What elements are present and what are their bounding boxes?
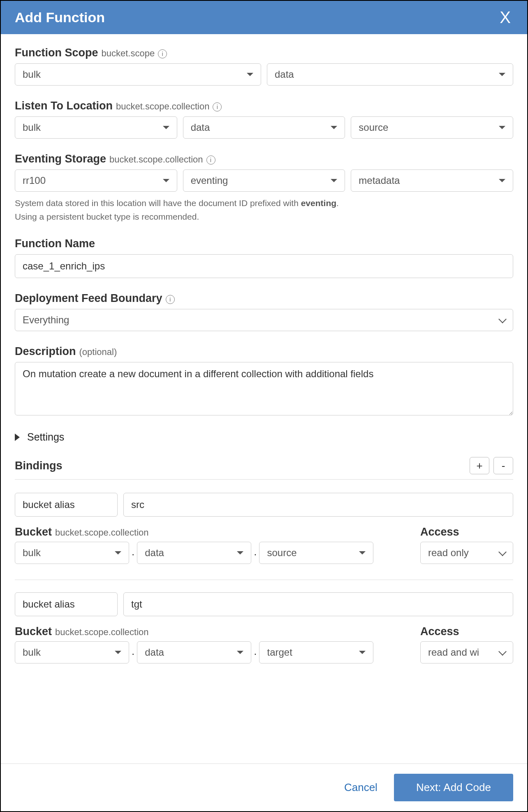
chevron-down-icon <box>163 126 169 129</box>
feed-value: Everything <box>23 314 69 326</box>
listen-scope-select[interactable]: data <box>183 116 345 139</box>
scope-scope-select[interactable]: data <box>267 63 513 86</box>
binding-bucket-select[interactable]: bulk <box>15 542 129 564</box>
add-function-dialog: Add Function X Function Scope bucket.sco… <box>0 0 528 812</box>
divider <box>15 580 513 580</box>
listen-location-label: Listen To Location bucket.scope.collecti… <box>15 100 513 112</box>
chevron-down-icon <box>115 651 121 654</box>
chevron-down-icon <box>247 73 253 76</box>
binding-bucket-label: Bucket bucket.scope.collection <box>15 625 396 638</box>
binding-bucket-label-text: Bucket <box>15 526 52 538</box>
function-scope-group: Function Scope bucket.scope i bulk data <box>15 46 513 86</box>
cancel-button[interactable]: Cancel <box>344 781 377 794</box>
feed-label-text: Deployment Feed Boundary <box>15 292 162 305</box>
scope-bucket-select[interactable]: bulk <box>15 63 261 86</box>
binding-scope-select[interactable]: data <box>137 542 251 564</box>
bindings-add-remove: + - <box>470 457 513 474</box>
info-icon[interactable]: i <box>166 295 175 304</box>
function-name-input[interactable] <box>15 254 513 278</box>
storage-label-text: Eventing Storage <box>15 153 106 165</box>
storage-hint: bucket.scope.collection <box>109 154 203 165</box>
function-scope-label: Function Scope bucket.scope i <box>15 46 513 59</box>
binding-access-label-text: Access <box>420 625 459 638</box>
listen-label-text: Listen To Location <box>15 100 113 112</box>
binding-row: bucket alias Bucket bucket.scope.collect… <box>15 592 513 664</box>
chevron-down-icon <box>359 651 366 654</box>
storage-helper-b: Using a persistent bucket type is recomm… <box>15 212 199 221</box>
binding-type-value: bucket alias <box>23 499 75 510</box>
info-icon[interactable]: i <box>158 49 167 58</box>
function-name-group: Function Name <box>15 237 513 278</box>
eventing-storage-group: Eventing Storage bucket.scope.collection… <box>15 153 513 223</box>
dialog-titlebar: Add Function X <box>1 1 527 34</box>
chevron-down-icon <box>499 73 505 76</box>
storage-helper-a: System data stored in this location will… <box>15 198 301 208</box>
settings-label: Settings <box>27 431 64 443</box>
dot-separator: . <box>131 645 135 664</box>
dialog-footer: Cancel Next: Add Code <box>1 763 527 811</box>
binding-access-select[interactable]: read and wi <box>420 641 513 664</box>
binding-alias-input[interactable] <box>123 493 513 517</box>
binding-access-label: Access <box>420 526 513 538</box>
binding-bucket-label: Bucket bucket.scope.collection <box>15 526 396 538</box>
feed-boundary-select[interactable]: Everything <box>15 309 513 331</box>
chevron-down-icon <box>331 179 337 182</box>
binding-collection-value: source <box>267 547 296 559</box>
listen-collection-select[interactable]: source <box>351 116 513 139</box>
binding-type-select[interactable]: bucket alias <box>15 592 118 616</box>
description-group: Description (optional) <box>15 345 513 417</box>
next-add-code-button[interactable]: Next: Add Code <box>394 774 513 801</box>
info-icon[interactable]: i <box>213 102 222 111</box>
binding-bucket-label-text: Bucket <box>15 625 52 638</box>
add-binding-button[interactable]: + <box>470 457 489 474</box>
bindings-header: Bindings + - <box>15 457 513 474</box>
description-textarea[interactable] <box>15 362 513 415</box>
binding-collection-select[interactable]: source <box>259 542 373 564</box>
binding-access-label-text: Access <box>420 526 459 538</box>
divider <box>15 479 513 480</box>
chevron-down-icon <box>331 126 337 129</box>
name-label-text: Function Name <box>15 237 95 250</box>
listen-bucket-value: bulk <box>23 122 41 133</box>
dot-separator: . <box>131 545 135 564</box>
storage-collection-value: metadata <box>359 175 400 186</box>
feed-boundary-group: Deployment Feed Boundary i Everything <box>15 292 513 331</box>
listen-location-group: Listen To Location bucket.scope.collecti… <box>15 100 513 139</box>
binding-bucket-select[interactable]: bulk <box>15 641 129 664</box>
dialog-body: Function Scope bucket.scope i bulk data … <box>1 34 527 763</box>
binding-scope-select[interactable]: data <box>137 641 251 664</box>
storage-scope-value: eventing <box>191 175 228 186</box>
chevron-down-icon <box>163 179 169 182</box>
function-name-label: Function Name <box>15 237 513 250</box>
binding-scope-value: data <box>145 547 164 559</box>
binding-bucket-hint: bucket.scope.collection <box>55 527 148 538</box>
caret-right-icon <box>15 434 20 441</box>
eventing-storage-label: Eventing Storage bucket.scope.collection… <box>15 153 513 165</box>
listen-scope-value: data <box>191 122 210 133</box>
settings-toggle[interactable]: Settings <box>15 431 513 443</box>
binding-collection-select[interactable]: target <box>259 641 373 664</box>
listen-bucket-select[interactable]: bulk <box>15 116 177 139</box>
chevron-down-icon <box>115 551 121 554</box>
info-icon[interactable]: i <box>206 155 215 165</box>
binding-type-select[interactable]: bucket alias <box>15 493 118 517</box>
binding-alias-input[interactable] <box>123 592 513 616</box>
chevron-down-icon <box>237 651 243 654</box>
remove-binding-button[interactable]: - <box>493 457 513 474</box>
chevron-down-icon <box>237 551 243 554</box>
chevron-down-icon <box>359 551 366 554</box>
storage-helper-bold: eventing <box>301 198 336 208</box>
scope-bucket-value: bulk <box>23 69 41 80</box>
binding-scope-value: data <box>145 647 164 658</box>
storage-bucket-select[interactable]: rr100 <box>15 169 177 192</box>
binding-access-select[interactable]: read only <box>420 542 513 564</box>
binding-bucket-value: bulk <box>23 547 41 559</box>
dialog-title: Add Function <box>15 9 105 26</box>
close-icon[interactable]: X <box>497 8 513 27</box>
function-scope-label-text: Function Scope <box>15 46 98 59</box>
bindings-label-text: Bindings <box>15 459 63 472</box>
storage-scope-select[interactable]: eventing <box>183 169 345 192</box>
binding-collection-value: target <box>267 647 292 658</box>
storage-collection-select[interactable]: metadata <box>351 169 513 192</box>
description-label-text: Description <box>15 345 76 358</box>
